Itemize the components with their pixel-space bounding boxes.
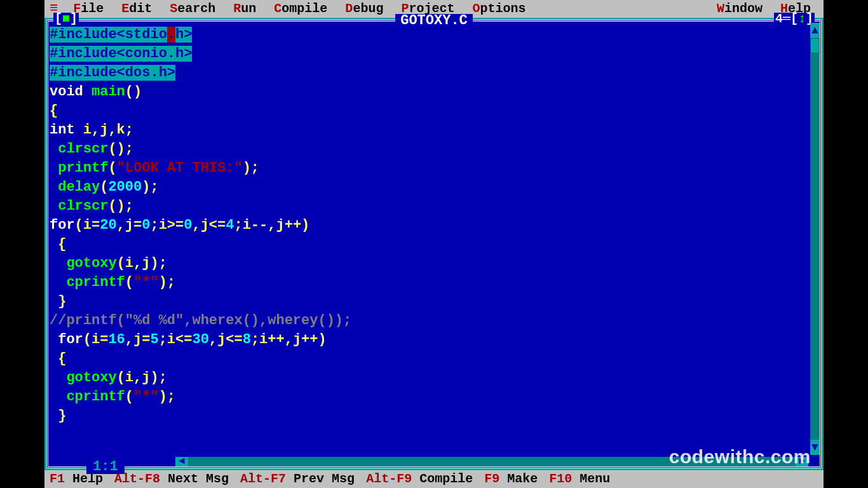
code-line: { — [50, 102, 808, 121]
status-prev-msg[interactable]: Alt-F7 Prev Msg — [240, 473, 362, 485]
cursor-position: 1:1 — [86, 460, 125, 474]
watermark-text: codewithc.com — [669, 447, 811, 466]
code-line: #include<conio.h> — [50, 44, 808, 64]
code-line: { — [50, 349, 808, 369]
scroll-track[interactable] — [810, 38, 820, 440]
code-line: cprintf("*"); — [50, 273, 808, 292]
status-menu[interactable]: F10 Menu — [549, 473, 618, 485]
status-help[interactable]: F1 Help — [50, 473, 111, 485]
menu-search[interactable]: Search — [162, 3, 223, 15]
code-line: } — [50, 407, 808, 426]
code-line: clrscr(); — [50, 197, 808, 216]
close-window-control[interactable]: [■] — [53, 13, 79, 25]
code-line: //printf("%d %d",wherex(),wherey()); — [50, 311, 808, 330]
code-line: int i,j,k; — [50, 121, 808, 140]
code-line: #include<stdio.h> — [50, 25, 808, 44]
code-line: clrscr(); — [50, 140, 808, 159]
menu-bar: ≡ File Edit Search Run Compile Debug Pro… — [44, 0, 824, 18]
code-line: #include<dos.h> — [50, 64, 808, 83]
status-bar: F1 Help Alt-F8 Next Msg Alt-F7 Prev Msg … — [44, 470, 824, 488]
menu-options[interactable]: Options — [465, 3, 533, 15]
status-compile[interactable]: Alt-F9 Compile — [366, 473, 480, 485]
code-line: delay(2000); — [50, 178, 808, 197]
code-line: } — [50, 292, 808, 311]
code-line: gotoxy(i,j); — [50, 369, 808, 388]
menu-project[interactable]: Project — [393, 3, 462, 15]
vertical-scrollbar[interactable]: ▲ ▼ — [810, 23, 820, 455]
status-next-msg[interactable]: Alt-F8 Next Msg — [114, 473, 236, 485]
menu-window[interactable]: Window — [709, 3, 770, 15]
scroll-down-icon[interactable]: ▼ — [810, 440, 820, 455]
code-editor[interactable]: #include<stdio.h> #include<conio.h> #inc… — [48, 25, 808, 455]
menu-edit[interactable]: Edit — [114, 3, 159, 15]
code-line: printf("LOOK AT THIS:"); — [50, 159, 808, 178]
scroll-left-icon[interactable]: ◄ — [175, 457, 188, 466]
code-line: for(i=16,j=5;i<=30,j<=8;i++,j++) — [50, 330, 808, 349]
menu-run[interactable]: Run — [226, 3, 264, 15]
scroll-thumb[interactable] — [810, 38, 820, 53]
code-line: { — [50, 235, 808, 254]
ide-screen: ≡ File Edit Search Run Compile Debug Pro… — [44, 0, 824, 488]
code-line: for(i=20,j=0;i>=0,j<=4;i--,j++) — [50, 216, 808, 235]
menu-compile[interactable]: Compile — [266, 3, 335, 15]
scroll-up-icon[interactable]: ▲ — [810, 23, 820, 38]
menu-debug[interactable]: Debug — [337, 3, 391, 15]
editor-window: [■] GOTOXY.C 4═[↕] #include<stdio.h> #in… — [44, 18, 824, 470]
window-number-control[interactable]: 4═[↕] — [774, 13, 815, 25]
code-line: cprintf("*"); — [50, 388, 808, 407]
editor-frame-border: [■] GOTOXY.C 4═[↕] #include<stdio.h> #in… — [46, 20, 822, 468]
status-make[interactable]: F9 Make — [484, 473, 545, 485]
code-line: void main() — [50, 83, 808, 102]
code-line: gotoxy(i,j); — [50, 254, 808, 273]
